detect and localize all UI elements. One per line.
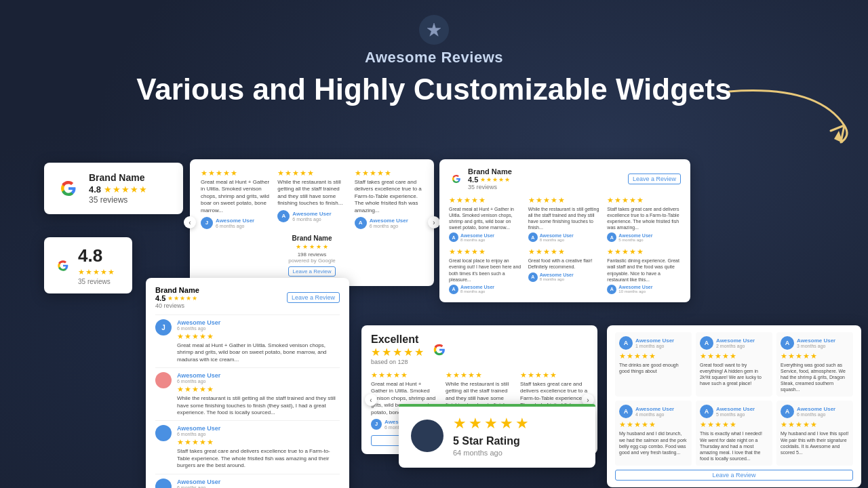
excellent-prev[interactable]: ‹ xyxy=(365,394,377,406)
masonry-name: Awesome User xyxy=(635,406,674,412)
masonry-avatar: A xyxy=(781,405,794,418)
slider-footer: Brand Name ★★★★★ 198 reviews powered by … xyxy=(201,235,423,277)
tall-header: Brand Name 4.5 ★★★★★ 40 reviews Leave a … xyxy=(155,286,340,309)
widget-reviews-slider: ‹ ★★★★★ Great meal at Hunt + Gather in U… xyxy=(190,159,434,286)
grid-rev-text: Fantastic dining experience. Great wall … xyxy=(607,258,681,282)
masonry-text: This is exactly what I needed! We went f… xyxy=(700,430,768,461)
masonry-avatar: A xyxy=(700,336,713,350)
slider-review-0: ★★★★★ Great meal at Hunt + Gather in Uli… xyxy=(201,169,269,229)
reviewer-time: 6 months ago xyxy=(216,224,254,228)
tall-brand-name: Brand Name xyxy=(155,286,199,294)
header: Awesome Reviews xyxy=(0,0,868,66)
logo xyxy=(419,15,449,45)
masonry-text: Everything was good such as Service, foo… xyxy=(781,362,849,392)
masonry-text: Great food! want to try everything! A hi… xyxy=(700,362,768,386)
masonry-text: My husband and I did brunch, we had the … xyxy=(619,430,688,455)
slider-prev[interactable]: ‹ xyxy=(184,216,196,228)
star-rating-content: ★★★★★ 5 Star Rating 64 months ago xyxy=(453,415,583,457)
large-grid-header: Brand Name 4.5 ★★★★★ 35 reviews Leave a … xyxy=(449,167,681,190)
reviewer-avatar: A xyxy=(277,210,290,222)
grid-reviews-count: 35 reviews xyxy=(468,184,512,190)
grid-review-item: ★★★★★ Great food with a creative flair! … xyxy=(528,247,602,293)
masonry-avatar: A xyxy=(619,405,633,418)
brand-name-label: Brand Name xyxy=(89,172,147,183)
reviewer-time: 6 months ago xyxy=(292,217,331,222)
widget-brand-card: Brand Name 4.8 ★ ★ ★ ★ ★ 35 reviews xyxy=(44,163,183,214)
review-text: Staff takes great care and delivers exce… xyxy=(355,179,423,214)
grid-leave-review[interactable]: Leave a Review xyxy=(628,174,681,184)
grid-review-item: ★★★★★ While the restaurant is still gett… xyxy=(528,196,602,242)
masonry-name: Awesome User xyxy=(716,406,755,412)
grid-rev-text: Great meal at Hunt + Gather in Ulitla. S… xyxy=(449,206,523,230)
masonry-avatar: A xyxy=(700,405,713,418)
widget-star-rating: ★★★★★ 5 Star Rating 64 months ago xyxy=(399,404,595,468)
masonry-name: Awesome User xyxy=(635,338,674,344)
grid-brand-name: Brand Name xyxy=(468,167,512,176)
page-title: Various and Highly Customizable Widgets xyxy=(0,73,868,106)
slider-reviews-list: ★★★★★ Great meal at Hunt + Gather in Uli… xyxy=(201,169,423,229)
review-stars: ★★★★★ xyxy=(201,169,269,178)
tall-review-item: Awesome User 6 months ago ★★★★★ While th… xyxy=(155,367,340,420)
masonry-item: A Awesome User5 months ago ★★★★★ This is… xyxy=(696,401,772,465)
masonry-avatar: A xyxy=(781,336,794,350)
based-on: based on 128 xyxy=(371,359,424,365)
large-grid-brand: Brand Name 4.5 ★★★★★ 35 reviews xyxy=(449,167,512,190)
tall-review-item: J Awesome User 6 months ago ★★★★★ Great … xyxy=(155,314,340,367)
grid-review-item: ★★★★★ Great meal at Hunt + Gather in Uli… xyxy=(449,196,523,242)
reviewer-time: 6 months ago xyxy=(370,224,408,228)
mini-score: 4.8 xyxy=(78,245,115,266)
masonry-text: The drinks are good enough good things a… xyxy=(619,362,688,374)
slider-next[interactable]: › xyxy=(428,216,440,228)
tall-leave-review[interactable]: Leave a Review xyxy=(287,292,340,303)
slider-brand: Brand Name xyxy=(201,235,423,242)
widgets-area: Brand Name 4.8 ★ ★ ★ ★ ★ 35 reviews xyxy=(0,156,868,488)
masonry-name: Awesome User xyxy=(797,338,835,344)
grid-rev-text: Great food with a creative flair! Defini… xyxy=(528,258,602,270)
tall-reviews-count: 40 reviews xyxy=(155,302,199,309)
excellent-stars: ★★★★★ xyxy=(371,346,424,359)
google-logo xyxy=(55,175,82,202)
masonry-name: Awesome User xyxy=(797,406,835,412)
svg-marker-0 xyxy=(834,131,843,143)
tall-review-item: Awesome User 6 months ago ★★★★★ Great lo… xyxy=(155,474,340,488)
slider-review-1: ★★★★★ While the restaurant is still gett… xyxy=(277,169,346,229)
grid-review-item: ★★★★★ Staff takes great care and deliver… xyxy=(607,196,681,242)
star-icon xyxy=(426,22,442,38)
masonry-leave-review[interactable]: Leave a Review xyxy=(615,470,853,481)
star-rating-time: 64 months ago xyxy=(453,449,583,457)
widget-tall-list: Brand Name 4.5 ★★★★★ 40 reviews Leave a … xyxy=(146,278,349,488)
masonry-item: A Awesome User6 months ago ★★★★★ My husb… xyxy=(776,401,853,465)
masonry-name: Awesome User xyxy=(716,338,755,344)
google-logo-grid xyxy=(449,171,464,186)
brand-reviews-count: 35 reviews xyxy=(89,195,147,205)
star-rating-label: 5 Star Rating xyxy=(453,435,583,447)
leave-review-btn[interactable]: Leave a Review xyxy=(288,266,336,277)
reviewer-avatar: A xyxy=(355,217,367,229)
review-text: While the restaurant is still getting al… xyxy=(277,179,346,207)
star-rating-stars: ★★★★★ xyxy=(453,415,583,432)
masonry-avatar: A xyxy=(619,336,633,350)
reviewer-avatar: J xyxy=(201,217,213,229)
slider-reviews-count: 198 reviews xyxy=(201,251,423,258)
google-logo-excellent xyxy=(429,340,450,360)
app-title: Awesome Reviews xyxy=(0,49,868,66)
star-rating-avatar xyxy=(411,420,443,452)
mini-reviews: 35 reviews xyxy=(78,278,115,285)
grid-rev-text: Great local place to enjoy an evening ou… xyxy=(449,258,523,282)
brand-stars: ★ ★ ★ ★ ★ xyxy=(104,184,147,195)
grid-rev-text: While the restaurant is still getting al… xyxy=(528,206,602,230)
masonry-item: A Awesome User2 months ago ★★★★★ Great f… xyxy=(696,332,772,396)
tall-rating: 4.5 xyxy=(155,294,165,302)
grid-reviews: ★★★★★ Great meal at Hunt + Gather in Uli… xyxy=(449,196,681,294)
grid-review-item: ★★★★★ Great local place to enjoy an even… xyxy=(449,247,523,293)
slider-review-2: ★★★★★ Staff takes great care and deliver… xyxy=(355,169,423,229)
reviewer-name: Awesome User xyxy=(370,218,408,224)
masonry-item: A Awesome User3 months ago ★★★★★ Everyth… xyxy=(776,332,853,396)
widget-masonry: A Awesome User1 months ago ★★★★★ The dri… xyxy=(607,325,861,487)
reviewer-name: Awesome User xyxy=(292,211,331,217)
masonry-text: My husband and I love this spot! We pair… xyxy=(781,430,849,455)
google-logo-mini xyxy=(54,256,73,275)
masonry-grid: A Awesome User1 months ago ★★★★★ The dri… xyxy=(615,332,853,466)
grid-review-item: ★★★★★ Fantastic dining experience. Great… xyxy=(607,247,681,293)
brand-score: 4.8 xyxy=(89,184,101,195)
